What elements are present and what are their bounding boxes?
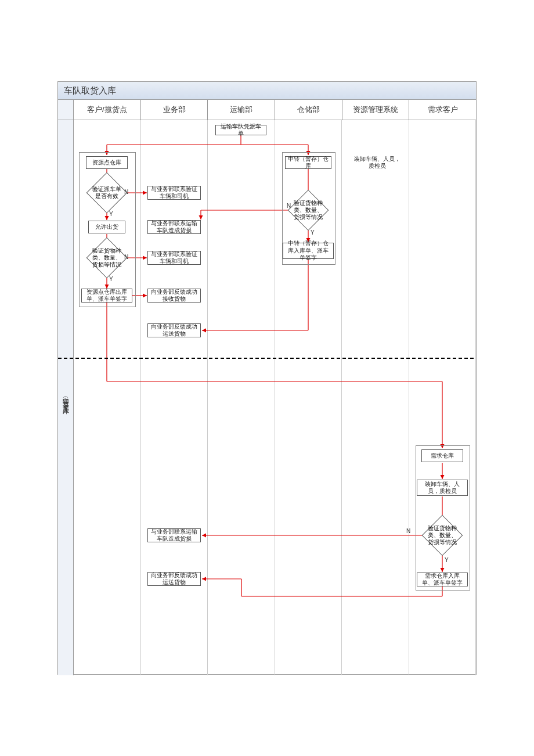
- row-label-header: [58, 100, 74, 120]
- lane-1: [141, 120, 208, 675]
- row-label-text: 中转（暂存）仓库入库: [62, 392, 70, 404]
- lanes-header: 客户/揽货点 业务部 运输部 仓储部 资源管理系统 需求客户: [58, 100, 476, 120]
- row-label: 中转（暂存）仓库入库: [58, 120, 74, 675]
- lane-head-4: 资源管理系统: [342, 100, 410, 120]
- lane-head-2: 运输部: [208, 100, 275, 120]
- lane-2: [208, 120, 275, 675]
- lane-0: [74, 120, 141, 675]
- swimlane-diagram: 车队取货入库 客户/揽货点 业务部 运输部 仓储部 资源管理系统 需求客户 中转…: [57, 81, 477, 675]
- lane-3: [275, 120, 342, 675]
- lane-head-0: 客户/揽货点: [74, 100, 141, 120]
- lane-head-5: 需求客户: [409, 100, 476, 120]
- diagram-title: 车队取货入库: [58, 82, 476, 100]
- lane-4: [342, 120, 409, 675]
- lane-head-1: 业务部: [141, 100, 208, 120]
- diagram-body: 中转（暂存）仓库入库: [58, 120, 476, 675]
- lane-head-3: 仓储部: [275, 100, 342, 120]
- lane-5: [409, 120, 477, 675]
